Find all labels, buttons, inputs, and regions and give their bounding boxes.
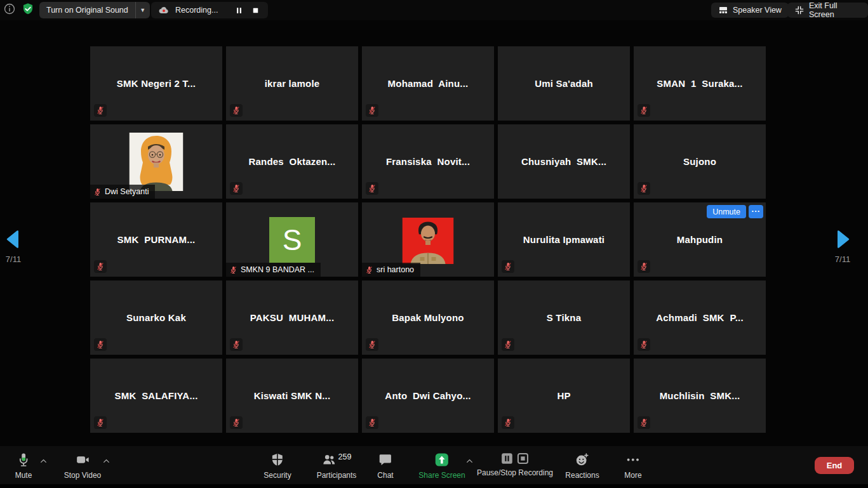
unmute-participant-button[interactable]: Unmute	[707, 205, 746, 218]
muted-microphone-icon	[502, 338, 514, 351]
reactions-button[interactable]: Reactions	[565, 452, 599, 480]
more-button[interactable]: More	[624, 452, 641, 480]
security-shield-icon	[270, 452, 284, 467]
security-button[interactable]: Security	[264, 452, 291, 480]
share-screen-icon	[434, 452, 449, 467]
meeting-toolbar: Mute Stop Video Security 259 Participant…	[0, 446, 868, 484]
muted-microphone-icon	[638, 104, 650, 117]
participant-tile[interactable]: Dwi Setyanti	[90, 124, 222, 199]
security-label: Security	[264, 471, 291, 480]
participant-name: Fransiska Novit...	[362, 124, 494, 199]
participant-tile[interactable]: HP	[498, 359, 630, 433]
share-screen-button[interactable]: Share Screen	[418, 452, 465, 480]
muted-microphone-icon	[94, 104, 107, 117]
chat-button[interactable]: Chat	[377, 452, 393, 480]
participant-name: Dwi Setyanti	[105, 187, 149, 196]
participant-tile[interactable]: PAKSU MUHAM...	[226, 280, 358, 355]
participant-name: Randes Oktazen...	[226, 124, 358, 199]
recording-indicator: Recording...	[151, 2, 268, 18]
muted-microphone-icon	[502, 416, 514, 429]
participant-name-tag: sri hartono	[362, 263, 420, 277]
participant-name: Mohamad Ainu...	[362, 46, 494, 121]
mute-button[interactable]: Mute	[15, 452, 32, 480]
participant-tile[interactable]: SSMKN 9 BANDAR ...	[226, 202, 358, 277]
participant-tile[interactable]: Nurulita Ipmawati	[498, 202, 630, 277]
previous-page-arrow[interactable]	[5, 230, 20, 249]
participant-name: Sunarko Kak	[90, 280, 222, 355]
microphone-level-icon	[17, 452, 31, 467]
participants-label: Participants	[317, 471, 357, 480]
participant-tile[interactable]: Fransiska Novit...	[362, 124, 494, 199]
next-page-arrow[interactable]	[836, 230, 851, 249]
exit-full-screen-icon	[794, 5, 805, 15]
pause-recording-square-icon[interactable]	[501, 452, 513, 465]
participant-tile[interactable]: Achmadi SMK P...	[634, 280, 766, 355]
recording-status-label: Recording...	[175, 6, 218, 15]
participant-tile[interactable]: Kiswati SMK N...	[226, 359, 358, 433]
muted-microphone-icon	[638, 416, 650, 429]
participant-tile[interactable]: MahpudinUnmute...	[634, 202, 766, 277]
participant-name: Achmadi SMK P...	[634, 280, 766, 355]
participant-tile[interactable]: Sujono	[634, 124, 766, 199]
participant-tile[interactable]: Randes Oktazen...	[226, 124, 358, 199]
participants-count-badge: 259	[338, 452, 352, 461]
pause-stop-recording-label: Pause/Stop Recording	[477, 468, 553, 477]
participant-name: Muchlisin SMK...	[634, 359, 766, 433]
participant-tile[interactable]: ikrar lamole	[226, 46, 358, 121]
audio-options-chevron-icon[interactable]	[39, 456, 48, 465]
video-camera-icon	[76, 452, 90, 467]
tile-more-options-button[interactable]: ...	[749, 205, 763, 218]
top-bar: Turn on Original Sound ▼ Recording... Sp…	[0, 0, 868, 20]
bottom-edge	[0, 484, 868, 488]
stop-recording-icon[interactable]	[250, 5, 261, 16]
profile-photo	[403, 218, 454, 264]
original-sound-button[interactable]: Turn on Original Sound ▼	[39, 2, 150, 18]
reactions-smiley-icon	[575, 452, 590, 467]
end-meeting-button[interactable]: End	[815, 457, 854, 474]
participant-name-tag: Dwi Setyanti	[90, 185, 155, 199]
participant-tile[interactable]: SMK SALAFIYA...	[90, 359, 222, 433]
profile-photo	[130, 133, 184, 191]
participant-name: Sujono	[634, 124, 766, 199]
participant-tile[interactable]: S Tikna	[498, 280, 630, 355]
reactions-label: Reactions	[565, 471, 599, 480]
participant-tile[interactable]: SMK PURNAM...	[90, 202, 222, 277]
participants-icon	[322, 452, 337, 467]
muted-microphone-icon	[366, 182, 378, 195]
chat-bubble-icon	[378, 452, 392, 467]
speaker-view-button[interactable]: Speaker View	[711, 3, 789, 18]
participant-tile[interactable]: Mohamad Ainu...	[362, 46, 494, 121]
participant-tile[interactable]: Chusniyah SMK...	[498, 124, 630, 199]
muted-microphone-icon	[94, 416, 107, 429]
meeting-info-button[interactable]	[3, 3, 17, 17]
exit-full-screen-button[interactable]: Exit Full Screen	[787, 3, 868, 18]
encryption-badge[interactable]	[21, 3, 35, 17]
video-options-chevron-icon[interactable]	[102, 456, 110, 465]
speaker-view-label: Speaker View	[733, 6, 782, 15]
stop-video-button[interactable]: Stop Video	[64, 452, 102, 480]
participant-tile[interactable]: SMAN 1 Suraka...	[634, 46, 766, 121]
share-options-chevron-icon[interactable]	[465, 456, 474, 465]
participant-tile[interactable]: Anto Dwi Cahyo...	[362, 359, 494, 433]
muted-microphone-icon	[230, 416, 243, 429]
participant-tile[interactable]: Umi Sa'adah	[498, 46, 630, 121]
pause-recording-icon[interactable]	[234, 5, 244, 16]
share-screen-label: Share Screen	[418, 471, 465, 480]
participant-tile[interactable]: Sunarko Kak	[90, 280, 222, 355]
participants-button[interactable]: 259 Participants	[317, 452, 357, 480]
participant-name: S Tikna	[498, 280, 630, 355]
participant-tile[interactable]: Muchlisin SMK...	[634, 359, 766, 433]
participant-name: Nurulita Ipmawati	[498, 202, 630, 277]
participant-name: SMK Negeri 2 T...	[90, 46, 222, 121]
chevron-down-icon[interactable]: ▼	[135, 2, 150, 18]
participant-name: ikrar lamole	[226, 46, 358, 121]
chat-label: Chat	[377, 471, 393, 480]
muted-microphone-icon	[366, 416, 378, 429]
participant-tile[interactable]: SMK Negeri 2 T...	[90, 46, 222, 121]
participant-name-tag: SMKN 9 BANDAR ...	[226, 263, 321, 277]
page-indicator-right: 7/11	[832, 254, 853, 264]
participant-tile[interactable]: sri hartono	[362, 202, 494, 277]
stop-recording-square-icon[interactable]	[517, 452, 529, 465]
participant-tile[interactable]: Bapak Mulyono	[362, 280, 494, 355]
pause-stop-recording-button[interactable]: Pause/Stop Recording	[477, 452, 553, 477]
